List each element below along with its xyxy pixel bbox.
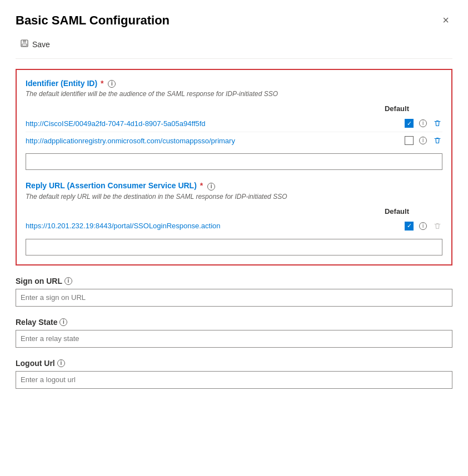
identifier-url-1[interactable]: http://CiscoISE/0049a2fd-7047-4d1d-8907-…	[26, 119, 398, 128]
reply-url-1-controls: i	[398, 221, 442, 231]
logout-url-label: Logout Url i	[16, 359, 452, 368]
identifier-url-2-controls: i	[398, 136, 442, 146]
svg-rect-1	[23, 40, 26, 43]
identifier-url-1-controls: i	[398, 118, 442, 128]
logout-url-info-icon[interactable]: i	[57, 359, 65, 367]
basic-saml-config-dialog: Basic SAML Configuration × Save Identifi…	[0, 0, 468, 476]
identifier-default-header: Default	[26, 104, 442, 113]
identifier-url-2-default-checkbox[interactable]	[405, 136, 414, 145]
save-label: Save	[32, 40, 50, 49]
identifier-url-2-delete-button[interactable]	[432, 136, 442, 146]
logout-url-section: Logout Url i	[16, 359, 452, 389]
reply-url-description: The default reply URL will be the destin…	[26, 193, 442, 201]
reply-url-row-1: https://10.201.232.19:8443/portal/SSOLog…	[26, 218, 442, 234]
reply-url-info-icon[interactable]: i	[207, 183, 215, 191]
logout-url-input[interactable]	[16, 371, 452, 389]
identifier-url-1-info-button[interactable]: i	[418, 118, 428, 128]
relay-state-label: Relay State i	[16, 318, 452, 327]
sign-on-url-info-icon[interactable]: i	[64, 277, 72, 285]
relay-state-info-icon[interactable]: i	[59, 318, 67, 326]
close-button[interactable]: ×	[439, 13, 452, 27]
sign-on-url-section: Sign on URL i	[16, 277, 452, 307]
identifier-info-icon[interactable]: i	[108, 80, 116, 88]
dialog-header: Basic SAML Configuration ×	[16, 13, 452, 28]
toolbar: Save	[16, 37, 452, 59]
svg-rect-2	[22, 44, 27, 46]
identifier-url-1-default-checkbox[interactable]	[405, 119, 414, 128]
identifier-url-2[interactable]: http://adpplicationregistry.onmicrosoft.…	[26, 137, 398, 145]
required-fields-section: Identifier (Entity ID) * i The default i…	[16, 69, 452, 265]
sign-on-url-input[interactable]	[16, 289, 452, 307]
relay-state-input[interactable]	[16, 330, 452, 348]
save-icon	[20, 39, 29, 49]
reply-url-1-delete-button	[432, 221, 442, 231]
identifier-url-2-info-button[interactable]: i	[418, 136, 428, 146]
identifier-url-row-2: http://adpplicationregistry.onmicrosoft.…	[26, 132, 442, 149]
identifier-label: Identifier (Entity ID) * i	[26, 79, 442, 88]
reply-url-add-input[interactable]	[26, 239, 442, 255]
sign-on-url-label: Sign on URL i	[16, 277, 452, 285]
identifier-add-input[interactable]	[26, 153, 442, 170]
identifier-section: Identifier (Entity ID) * i The default i…	[26, 79, 442, 170]
identifier-url-1-delete-button[interactable]	[432, 118, 442, 128]
reply-url-label: Reply URL (Assertion Consumer Service UR…	[26, 181, 442, 190]
identifier-url-row-1: http://CiscoISE/0049a2fd-7047-4d1d-8907-…	[26, 115, 442, 132]
reply-url-1-default-checkbox[interactable]	[405, 222, 414, 231]
reply-url-1[interactable]: https://10.201.232.19:8443/portal/SSOLog…	[26, 222, 398, 230]
reply-url-section: Reply URL (Assertion Consumer Service UR…	[26, 181, 442, 255]
identifier-description: The default identifier will be the audie…	[26, 90, 442, 98]
reply-url-default-header: Default	[26, 207, 442, 216]
relay-state-section: Relay State i	[16, 318, 452, 348]
dialog-title: Basic SAML Configuration	[16, 13, 170, 28]
save-button[interactable]: Save	[16, 37, 54, 52]
reply-url-1-info-button[interactable]: i	[418, 221, 428, 231]
